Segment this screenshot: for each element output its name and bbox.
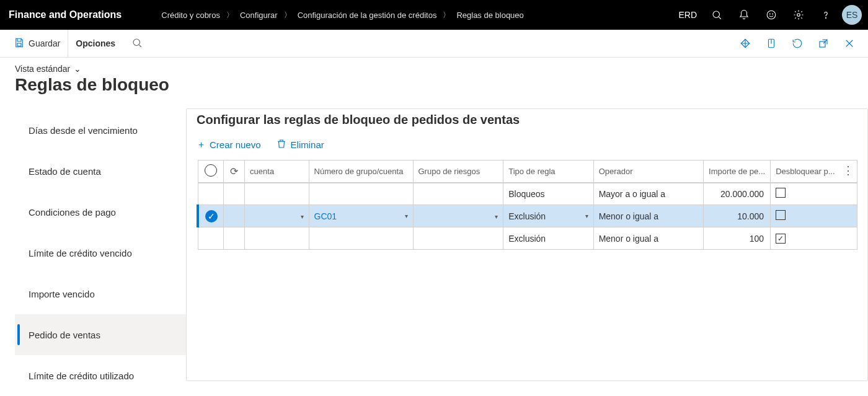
refresh-icon[interactable] [785, 30, 810, 58]
chevron-down-icon[interactable]: ▾ [585, 213, 588, 219]
chevron-right-icon: 〉 [225, 10, 235, 20]
nav-label: Pedido de ventas [29, 330, 100, 340]
row-select-cell[interactable] [198, 183, 224, 205]
cell-unlock[interactable] [771, 183, 857, 205]
breadcrumb-item[interactable]: Crédito y cobros [159, 11, 223, 20]
cell-unlock[interactable] [771, 227, 857, 250]
col-refresh[interactable]: ⟳ [224, 161, 245, 183]
action-search[interactable] [131, 37, 248, 50]
nav-item-credit-limit-used[interactable]: Límite de crédito utilizado [15, 355, 186, 396]
col-account[interactable]: cuenta [245, 161, 309, 183]
help-icon[interactable] [812, 0, 839, 30]
company-code[interactable]: ERD [672, 10, 703, 20]
breadcrumb: Crédito y cobros 〉 Configurar 〉 Configur… [159, 10, 672, 20]
unlock-checkbox[interactable] [776, 210, 786, 220]
plus-icon: ＋ [197, 139, 206, 151]
col-select[interactable] [198, 161, 224, 183]
options-label: Opciones [76, 38, 115, 48]
attach-icon[interactable] [759, 30, 784, 58]
cell-risk[interactable]: ▾ [413, 205, 503, 227]
breadcrumb-item[interactable]: Configurar [237, 11, 280, 20]
nav-label: Días desde el vencimiento [29, 125, 138, 136]
cell-amount[interactable]: 10.000 [704, 205, 771, 227]
save-button[interactable]: Guardar [6, 30, 68, 58]
page-header: Vista estándar ⌄ Reglas de bloqueo [0, 58, 868, 95]
bell-icon[interactable] [730, 0, 758, 30]
cell-amount[interactable]: 100 [704, 227, 771, 250]
cell-group[interactable] [309, 183, 413, 205]
cell-operator[interactable]: Menor o igual a [593, 227, 703, 250]
nav-label: Límite de crédito vencido [29, 248, 132, 258]
chevron-down-icon[interactable]: ▾ [405, 213, 408, 219]
cell-ruletype[interactable]: Exclusión▾ [503, 205, 593, 227]
row-ref-cell[interactable] [224, 183, 245, 205]
svg-point-2 [767, 11, 776, 19]
nav-item-account-status[interactable]: Estado de cuenta [15, 151, 186, 191]
view-selector[interactable]: Vista estándar ⌄ [15, 64, 853, 74]
row-select-cell[interactable]: ✓ [198, 205, 224, 227]
more-icon: ⋮ [843, 164, 854, 177]
col-amount[interactable]: Importe de pe... [704, 161, 771, 183]
diamond-icon[interactable] [733, 30, 758, 58]
col-more[interactable]: ⋮ [840, 161, 857, 183]
cell-risk[interactable] [413, 183, 503, 205]
nav-item-credit-limit-expired[interactable]: Límite de crédito vencido [15, 232, 186, 273]
left-nav: Días desde el vencimiento Estado de cuen… [15, 100, 186, 396]
table-row[interactable]: ✓ ▾ GC01▾ ▾ Exclusión▾ Menor o igual a 1… [198, 205, 857, 227]
row-selected-icon[interactable]: ✓ [205, 210, 218, 222]
avatar[interactable]: ES [842, 5, 862, 25]
table-row[interactable]: Exclusión Menor o igual a 100 [198, 227, 857, 250]
unlock-checkbox[interactable] [776, 234, 786, 244]
popout-icon[interactable] [811, 30, 836, 58]
cell-risk[interactable] [413, 227, 503, 250]
col-risk[interactable]: Grupo de riesgos [413, 161, 503, 183]
row-ref-cell[interactable] [224, 205, 245, 227]
row-select-cell[interactable] [198, 227, 224, 250]
cell-ruletype[interactable]: Bloqueos [503, 183, 593, 205]
nav-item-overdue-amount[interactable]: Importe vencido [15, 273, 186, 314]
col-unlock[interactable]: Desbloquear p... [771, 161, 840, 183]
close-icon[interactable] [837, 30, 862, 58]
grid-header-row: ⟳ cuenta Número de grupo/cuenta Grupo de… [198, 161, 857, 183]
chevron-down-icon[interactable]: ▾ [301, 213, 304, 220]
search-icon[interactable] [703, 0, 730, 30]
smile-icon[interactable] [758, 0, 785, 30]
breadcrumb-item[interactable]: Configuración de la gestión de créditos [295, 11, 440, 20]
gear-icon[interactable] [785, 0, 812, 30]
cell-operator[interactable]: Mayor a o igual a [593, 183, 703, 205]
cell-account[interactable]: ▾ [245, 205, 309, 227]
app-title: Finance and Operations [9, 9, 134, 20]
trash-icon [276, 138, 287, 151]
nav-item-sales-order[interactable]: Pedido de ventas [15, 314, 186, 355]
chevron-right-icon: 〉 [441, 10, 451, 20]
action-bar: Guardar Opciones [0, 30, 868, 58]
action-search-input[interactable] [149, 38, 248, 49]
nav-item-payment-terms[interactable]: Condiciones de pago [15, 191, 186, 232]
delete-button[interactable]: Eliminar [276, 138, 324, 151]
unlock-checkbox[interactable] [776, 188, 786, 198]
table-row[interactable]: Bloqueos Mayor a o igual a 20.000.000 [198, 183, 857, 205]
cell-operator[interactable]: Menor o igual a [593, 205, 703, 227]
top-bar: Finance and Operations Crédito y cobros … [0, 0, 868, 30]
cell-group[interactable] [309, 227, 413, 250]
new-button[interactable]: ＋ Crear nuevo [197, 138, 261, 151]
save-icon [14, 37, 25, 50]
cell-group[interactable]: GC01▾ [309, 205, 413, 227]
nav-item-days-overdue[interactable]: Días desde el vencimiento [15, 110, 186, 151]
options-button[interactable]: Opciones [68, 30, 123, 58]
refresh-icon: ⟳ [230, 166, 238, 177]
cell-account[interactable] [245, 227, 309, 250]
cell-amount[interactable]: 20.000.000 [704, 183, 771, 205]
select-all-radio[interactable] [205, 164, 217, 177]
rules-grid: ⟳ cuenta Número de grupo/cuenta Grupo de… [197, 160, 857, 250]
svg-line-9 [140, 45, 141, 46]
breadcrumb-item[interactable]: Reglas de bloqueo [454, 11, 526, 20]
col-group[interactable]: Número de grupo/cuenta [309, 161, 413, 183]
cell-unlock[interactable] [771, 205, 857, 227]
chevron-down-icon[interactable]: ▾ [495, 213, 498, 220]
cell-account[interactable] [245, 183, 309, 205]
cell-ruletype[interactable]: Exclusión [503, 227, 593, 250]
col-operator[interactable]: Operador [593, 161, 703, 183]
col-ruletype[interactable]: Tipo de regla [503, 161, 593, 183]
row-ref-cell[interactable] [224, 227, 245, 250]
